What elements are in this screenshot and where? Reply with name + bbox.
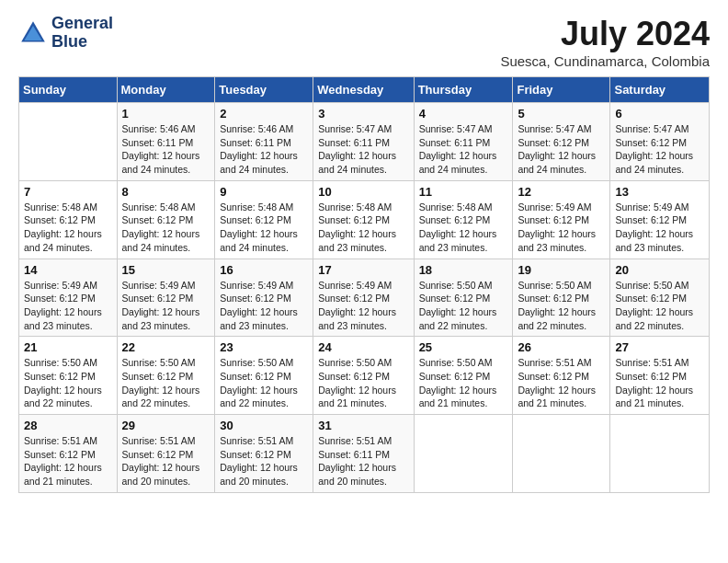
day-cell: 25Sunrise: 5:50 AM Sunset: 6:12 PM Dayli… xyxy=(414,337,513,415)
day-info: Sunrise: 5:50 AM Sunset: 6:12 PM Dayligh… xyxy=(518,279,605,333)
day-info: Sunrise: 5:50 AM Sunset: 6:12 PM Dayligh… xyxy=(419,356,508,410)
day-number: 6 xyxy=(615,107,704,121)
header-cell-saturday: Saturday xyxy=(610,77,710,103)
day-number: 20 xyxy=(615,263,704,277)
day-number: 8 xyxy=(122,185,210,199)
day-number: 2 xyxy=(220,107,308,121)
day-cell: 4Sunrise: 5:47 AM Sunset: 6:11 PM Daylig… xyxy=(414,103,513,181)
day-info: Sunrise: 5:48 AM Sunset: 6:12 PM Dayligh… xyxy=(220,201,308,255)
day-cell: 9Sunrise: 5:48 AM Sunset: 6:12 PM Daylig… xyxy=(215,180,313,259)
day-info: Sunrise: 5:47 AM Sunset: 6:11 PM Dayligh… xyxy=(318,122,408,177)
day-number: 15 xyxy=(122,263,210,277)
day-cell: 20Sunrise: 5:50 AM Sunset: 6:12 PM Dayli… xyxy=(610,259,710,337)
day-cell: 1Sunrise: 5:46 AM Sunset: 6:11 PM Daylig… xyxy=(117,103,215,181)
day-number: 12 xyxy=(518,185,605,199)
day-info: Sunrise: 5:48 AM Sunset: 6:12 PM Dayligh… xyxy=(318,201,408,255)
day-cell: 26Sunrise: 5:51 AM Sunset: 6:12 PM Dayli… xyxy=(513,337,610,415)
day-number: 22 xyxy=(122,340,210,354)
header-cell-wednesday: Wednesday xyxy=(313,77,414,103)
day-info: Sunrise: 5:50 AM Sunset: 6:12 PM Dayligh… xyxy=(615,279,704,333)
day-info: Sunrise: 5:50 AM Sunset: 6:12 PM Dayligh… xyxy=(318,356,408,410)
day-cell: 8Sunrise: 5:48 AM Sunset: 6:12 PM Daylig… xyxy=(117,180,215,259)
day-number: 9 xyxy=(220,185,308,199)
day-info: Sunrise: 5:50 AM Sunset: 6:12 PM Dayligh… xyxy=(24,356,112,410)
day-info: Sunrise: 5:50 AM Sunset: 6:12 PM Dayligh… xyxy=(122,356,210,410)
day-cell xyxy=(513,415,610,493)
logo-text: General Blue xyxy=(51,15,113,52)
day-cell: 3Sunrise: 5:47 AM Sunset: 6:11 PM Daylig… xyxy=(313,103,414,181)
day-info: Sunrise: 5:51 AM Sunset: 6:11 PM Dayligh… xyxy=(318,434,408,488)
day-cell: 17Sunrise: 5:49 AM Sunset: 6:12 PM Dayli… xyxy=(313,259,414,337)
day-number: 17 xyxy=(318,263,408,277)
day-cell: 6Sunrise: 5:47 AM Sunset: 6:12 PM Daylig… xyxy=(610,103,710,181)
calendar-table: SundayMondayTuesdayWednesdayThursdayFrid… xyxy=(18,76,710,493)
day-cell: 11Sunrise: 5:48 AM Sunset: 6:12 PM Dayli… xyxy=(414,180,513,259)
header-row: SundayMondayTuesdayWednesdayThursdayFrid… xyxy=(19,77,710,103)
day-number: 27 xyxy=(615,340,704,354)
day-cell: 28Sunrise: 5:51 AM Sunset: 6:12 PM Dayli… xyxy=(19,415,118,493)
day-number: 31 xyxy=(318,419,408,432)
day-number: 19 xyxy=(518,263,605,277)
day-info: Sunrise: 5:51 AM Sunset: 6:12 PM Dayligh… xyxy=(615,356,704,410)
day-number: 18 xyxy=(419,263,508,277)
week-row: 28Sunrise: 5:51 AM Sunset: 6:12 PM Dayli… xyxy=(19,415,710,493)
day-cell: 10Sunrise: 5:48 AM Sunset: 6:12 PM Dayli… xyxy=(313,180,414,259)
day-number: 24 xyxy=(318,340,408,354)
day-cell: 30Sunrise: 5:51 AM Sunset: 6:12 PM Dayli… xyxy=(215,415,313,493)
day-cell: 12Sunrise: 5:49 AM Sunset: 6:12 PM Dayli… xyxy=(513,180,610,259)
day-info: Sunrise: 5:48 AM Sunset: 6:12 PM Dayligh… xyxy=(122,201,210,255)
day-cell: 5Sunrise: 5:47 AM Sunset: 6:12 PM Daylig… xyxy=(513,103,610,181)
location-subtitle: Suesca, Cundinamarca, Colombia xyxy=(500,53,710,69)
week-row: 1Sunrise: 5:46 AM Sunset: 6:11 PM Daylig… xyxy=(19,103,710,181)
day-info: Sunrise: 5:48 AM Sunset: 6:12 PM Dayligh… xyxy=(24,201,112,255)
day-number: 14 xyxy=(24,263,112,277)
day-cell: 22Sunrise: 5:50 AM Sunset: 6:12 PM Dayli… xyxy=(117,337,215,415)
day-number: 3 xyxy=(318,107,408,121)
day-info: Sunrise: 5:46 AM Sunset: 6:11 PM Dayligh… xyxy=(122,122,210,177)
day-number: 16 xyxy=(220,263,308,277)
day-info: Sunrise: 5:50 AM Sunset: 6:12 PM Dayligh… xyxy=(220,356,308,410)
day-number: 21 xyxy=(24,340,112,354)
day-number: 11 xyxy=(419,185,508,199)
header-cell-sunday: Sunday xyxy=(19,77,118,103)
day-cell: 16Sunrise: 5:49 AM Sunset: 6:12 PM Dayli… xyxy=(215,259,313,337)
day-cell: 29Sunrise: 5:51 AM Sunset: 6:12 PM Dayli… xyxy=(117,415,215,493)
day-info: Sunrise: 5:49 AM Sunset: 6:12 PM Dayligh… xyxy=(318,279,408,333)
month-year-title: July 2024 xyxy=(500,15,710,53)
day-number: 7 xyxy=(24,185,112,199)
day-cell: 7Sunrise: 5:48 AM Sunset: 6:12 PM Daylig… xyxy=(19,180,118,259)
header-cell-monday: Monday xyxy=(117,77,215,103)
day-info: Sunrise: 5:51 AM Sunset: 6:12 PM Dayligh… xyxy=(24,434,112,488)
logo: General Blue xyxy=(18,15,113,52)
day-number: 10 xyxy=(318,185,408,199)
day-cell: 18Sunrise: 5:50 AM Sunset: 6:12 PM Dayli… xyxy=(414,259,513,337)
week-row: 21Sunrise: 5:50 AM Sunset: 6:12 PM Dayli… xyxy=(19,337,710,415)
day-number: 13 xyxy=(615,185,704,199)
day-cell: 2Sunrise: 5:46 AM Sunset: 6:11 PM Daylig… xyxy=(215,103,313,181)
day-number: 30 xyxy=(220,419,308,432)
day-cell xyxy=(19,103,118,181)
day-info: Sunrise: 5:50 AM Sunset: 6:12 PM Dayligh… xyxy=(419,279,508,333)
day-number: 23 xyxy=(220,340,308,354)
day-cell: 19Sunrise: 5:50 AM Sunset: 6:12 PM Dayli… xyxy=(513,259,610,337)
header-cell-thursday: Thursday xyxy=(414,77,513,103)
day-number: 28 xyxy=(24,419,112,432)
day-info: Sunrise: 5:49 AM Sunset: 6:12 PM Dayligh… xyxy=(122,279,210,333)
day-cell xyxy=(414,415,513,493)
day-cell: 31Sunrise: 5:51 AM Sunset: 6:11 PM Dayli… xyxy=(313,415,414,493)
week-row: 14Sunrise: 5:49 AM Sunset: 6:12 PM Dayli… xyxy=(19,259,710,337)
day-cell: 14Sunrise: 5:49 AM Sunset: 6:12 PM Dayli… xyxy=(19,259,118,337)
day-cell: 24Sunrise: 5:50 AM Sunset: 6:12 PM Dayli… xyxy=(313,337,414,415)
day-number: 4 xyxy=(419,107,508,121)
day-number: 1 xyxy=(122,107,210,121)
day-number: 29 xyxy=(122,419,210,432)
title-area: July 2024 Suesca, Cundinamarca, Colombia xyxy=(500,15,710,69)
day-cell: 27Sunrise: 5:51 AM Sunset: 6:12 PM Dayli… xyxy=(610,337,710,415)
day-info: Sunrise: 5:46 AM Sunset: 6:11 PM Dayligh… xyxy=(220,122,308,177)
day-cell: 13Sunrise: 5:49 AM Sunset: 6:12 PM Dayli… xyxy=(610,180,710,259)
day-cell: 23Sunrise: 5:50 AM Sunset: 6:12 PM Dayli… xyxy=(215,337,313,415)
day-info: Sunrise: 5:49 AM Sunset: 6:12 PM Dayligh… xyxy=(220,279,308,333)
day-info: Sunrise: 5:48 AM Sunset: 6:12 PM Dayligh… xyxy=(419,201,508,255)
day-cell: 15Sunrise: 5:49 AM Sunset: 6:12 PM Dayli… xyxy=(117,259,215,337)
page-header: General Blue July 2024 Suesca, Cundinama… xyxy=(18,15,710,69)
